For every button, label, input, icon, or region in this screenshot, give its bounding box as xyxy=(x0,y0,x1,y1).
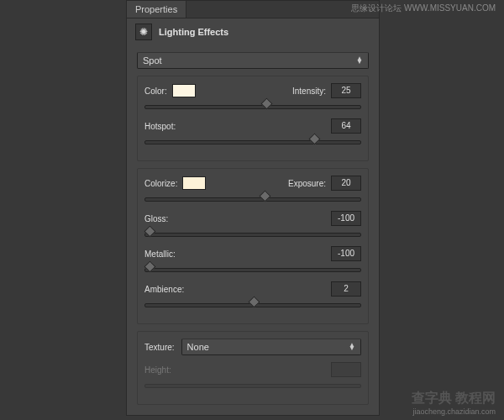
gloss-value[interactable]: -100 xyxy=(331,211,361,226)
watermark-top: 思缘设计论坛 WWW.MISSYUAN.COM xyxy=(351,3,496,14)
gloss-slider[interactable] xyxy=(144,229,361,241)
hotspot-value[interactable]: 64 xyxy=(331,118,361,134)
ambience-value[interactable]: 2 xyxy=(331,281,361,297)
tab-properties[interactable]: Properties xyxy=(127,1,186,18)
colorize-swatch[interactable] xyxy=(182,176,206,190)
slider-track xyxy=(144,268,361,272)
watermark-bottom: 查字典 教程网 jiaocheng.chazidian.com xyxy=(412,390,496,416)
lighting-effects-icon: ✺ xyxy=(135,24,152,40)
exposure-slider[interactable] xyxy=(144,194,361,206)
texture-dropdown[interactable]: None ▲▼ xyxy=(181,339,361,355)
height-label: Height: xyxy=(144,365,171,375)
panel-content: Spot ▲▼ Color: Intensity: 25 Hotspot: 64 xyxy=(127,45,379,415)
color-swatch[interactable] xyxy=(172,84,196,97)
watermark-title: 查字典 教程网 xyxy=(412,390,496,407)
watermark-url: jiaocheng.chazidian.com xyxy=(412,407,496,416)
exposure-label: Exposure: xyxy=(288,179,326,188)
colorize-label: Colorize: xyxy=(144,179,177,188)
metallic-label: Metallic: xyxy=(144,249,176,259)
tab-bar: Properties xyxy=(127,1,379,18)
hotspot-slider[interactable] xyxy=(144,137,361,149)
light-type-dropdown[interactable]: Spot ▲▼ xyxy=(137,52,369,69)
section-texture: Texture: None ▲▼ Height: xyxy=(137,331,369,405)
panel-title-row: ✺ Lighting Effects xyxy=(127,18,379,45)
section-color-intensity: Color: Intensity: 25 Hotspot: 64 xyxy=(137,76,369,161)
ambience-slider[interactable] xyxy=(144,300,361,312)
height-slider xyxy=(144,381,361,392)
intensity-slider[interactable] xyxy=(144,102,361,113)
slider-track xyxy=(144,197,361,202)
slider-track xyxy=(144,140,361,144)
dropdown-arrows-icon: ▲▼ xyxy=(356,57,363,64)
texture-label: Texture: xyxy=(144,343,175,352)
slider-track xyxy=(144,384,361,388)
height-value xyxy=(331,362,361,377)
intensity-value[interactable]: 25 xyxy=(331,83,361,98)
texture-value: None xyxy=(187,342,209,352)
slider-track xyxy=(144,233,361,237)
section-colorize: Colorize: Exposure: 20 Gloss: -100 Metal… xyxy=(137,168,369,324)
properties-panel: Properties ✺ Lighting Effects Spot ▲▼ Co… xyxy=(126,0,380,416)
panel-title: Lighting Effects xyxy=(159,27,228,37)
light-type-value: Spot xyxy=(143,55,162,66)
ambience-label: Ambience: xyxy=(144,285,184,294)
gloss-label: Gloss: xyxy=(144,214,168,223)
metallic-slider[interactable] xyxy=(144,265,361,276)
exposure-value[interactable]: 20 xyxy=(331,176,361,191)
hotspot-label: Hotspot: xyxy=(144,122,176,131)
metallic-value[interactable]: -100 xyxy=(331,246,361,261)
dropdown-arrows-icon: ▲▼ xyxy=(349,344,355,350)
slider-track xyxy=(144,105,361,109)
intensity-label: Intensity: xyxy=(292,87,326,96)
color-label: Color: xyxy=(144,87,167,96)
